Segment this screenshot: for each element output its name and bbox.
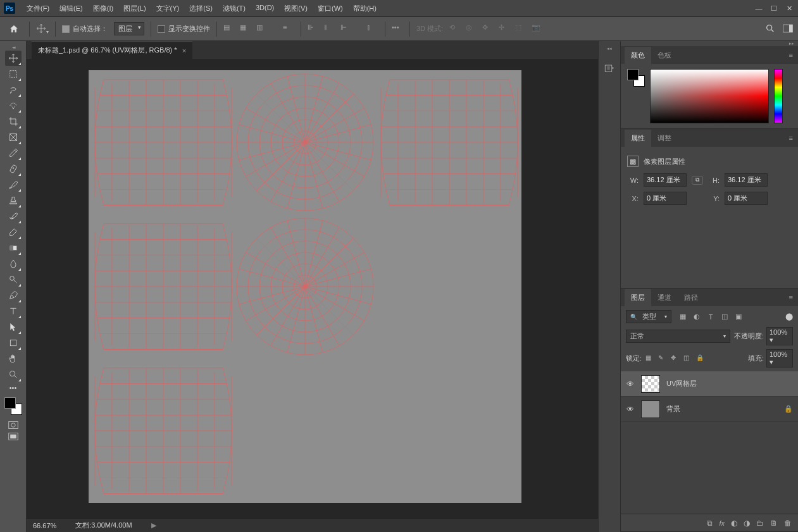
quick-select-tool[interactable] bbox=[5, 98, 22, 113]
brush-tool[interactable] bbox=[5, 177, 22, 192]
fill-input[interactable]: 100% ▾ bbox=[766, 349, 793, 368]
visibility-icon[interactable]: 👁 bbox=[626, 405, 635, 414]
close-button[interactable]: ✕ bbox=[784, 4, 794, 13]
menu-item[interactable]: 文字(Y) bbox=[151, 2, 185, 15]
hue-bar[interactable] bbox=[774, 69, 783, 123]
status-arrow-icon[interactable]: ▶ bbox=[151, 521, 156, 529]
healing-tool[interactable] bbox=[5, 161, 22, 176]
layer-filter-kind[interactable]: 类型 bbox=[626, 310, 671, 323]
zoom-tool[interactable] bbox=[5, 367, 22, 382]
history-panel-icon[interactable] bbox=[601, 60, 618, 78]
color-swatch-mini[interactable] bbox=[627, 69, 645, 87]
tab-close-icon[interactable]: × bbox=[182, 47, 186, 54]
hand-tool[interactable] bbox=[5, 351, 22, 366]
delete-icon[interactable]: 🗑 bbox=[784, 519, 792, 528]
fx-icon[interactable]: fx bbox=[719, 519, 725, 528]
tab-color[interactable]: 颜色 bbox=[625, 47, 651, 64]
history-brush-tool[interactable] bbox=[5, 209, 22, 224]
show-transform-checkbox[interactable]: 显示变换控件 bbox=[158, 24, 210, 34]
width-input[interactable]: 36.12 厘米 bbox=[644, 173, 687, 187]
canvas[interactable] bbox=[89, 70, 521, 503]
move-tool[interactable] bbox=[5, 51, 22, 66]
panels: ▸▸ 颜色 色板 ≡ 属性 调整 ≡ ▩ 像素图层属性 bbox=[621, 41, 798, 532]
path-select-tool[interactable] bbox=[5, 319, 22, 335]
layer-row[interactable]: 👁背景🔒 bbox=[621, 397, 798, 422]
edit-toolbar[interactable]: ••• bbox=[5, 383, 22, 393]
marquee-tool[interactable] bbox=[5, 66, 22, 82]
align-icons[interactable]: ▤▦▥ ≡ bbox=[223, 23, 294, 35]
visibility-icon[interactable]: 👁 bbox=[626, 380, 635, 388]
filter-toggle[interactable]: ⬤ bbox=[785, 312, 793, 321]
home-button[interactable] bbox=[5, 20, 23, 38]
layer-thumb[interactable] bbox=[641, 375, 660, 393]
mask-icon[interactable]: ◐ bbox=[731, 519, 737, 528]
distribute-icons[interactable]: ⊪⫴⊩ ⫿ bbox=[308, 23, 378, 35]
menu-item[interactable]: 视图(V) bbox=[279, 2, 313, 15]
menu-item[interactable]: 图像(I) bbox=[88, 2, 118, 15]
eyedropper-tool[interactable] bbox=[5, 145, 22, 161]
search-icon[interactable] bbox=[765, 23, 775, 35]
menu-item[interactable]: 3D(D) bbox=[251, 2, 279, 15]
toolbox-handle[interactable] bbox=[0, 45, 26, 50]
layer-name[interactable]: 背景 bbox=[666, 404, 778, 414]
menu-item[interactable]: 编辑(E) bbox=[54, 2, 88, 15]
panel-menu-icon[interactable]: ≡ bbox=[784, 294, 798, 301]
strip-handle[interactable]: ◂◂ bbox=[607, 46, 612, 51]
menu-item[interactable]: 图层(L) bbox=[118, 2, 151, 15]
maximize-button[interactable]: ☐ bbox=[769, 4, 779, 13]
menu-item[interactable]: 窗口(W) bbox=[313, 2, 348, 15]
panel-menu-icon[interactable]: ≡ bbox=[784, 51, 798, 59]
layer-row[interactable]: 👁UV网格层 bbox=[621, 371, 798, 397]
layer-thumb[interactable] bbox=[641, 400, 660, 418]
menu-item[interactable]: 滤镜(T) bbox=[218, 2, 251, 15]
blend-mode-select[interactable]: 正常 bbox=[626, 330, 730, 343]
auto-select-checkbox[interactable]: 自动选择： bbox=[62, 24, 108, 34]
zoom-level[interactable]: 66.67% bbox=[33, 522, 56, 529]
lock-icons[interactable]: ▦✎✥◫🔒 bbox=[645, 354, 705, 363]
layer-name[interactable]: UV网格层 bbox=[666, 379, 793, 388]
link-wh-icon[interactable]: ⧉ bbox=[692, 176, 703, 185]
layer-filter-icons[interactable]: ▦◐T◫▣ bbox=[678, 312, 744, 322]
screenmode-icon[interactable] bbox=[8, 432, 18, 441]
tab-adjustments[interactable]: 调整 bbox=[651, 130, 678, 147]
dodge-tool[interactable] bbox=[5, 272, 22, 287]
color-swatch[interactable] bbox=[4, 397, 22, 415]
document-tab[interactable]: 未标题_1.psd @ 66.7% (UV网格层, RGB/8) * × bbox=[32, 41, 192, 59]
shape-tool[interactable] bbox=[5, 335, 22, 350]
link-layers-icon[interactable]: ⧉ bbox=[707, 519, 713, 528]
panel-menu-icon[interactable]: ≡ bbox=[784, 134, 798, 142]
blur-tool[interactable] bbox=[5, 256, 22, 271]
gradient-tool[interactable] bbox=[5, 240, 22, 256]
tab-channels[interactable]: 通道 bbox=[651, 289, 678, 306]
doc-info[interactable]: 文档:3.00M/4.00M bbox=[75, 521, 132, 530]
menu-item[interactable]: 文件(F) bbox=[22, 2, 54, 15]
panels-handle[interactable]: ▸▸ bbox=[621, 41, 798, 46]
workspace-icon[interactable] bbox=[783, 24, 793, 34]
quickmask-icon[interactable] bbox=[8, 421, 18, 430]
more-options-icon[interactable]: ••• bbox=[392, 23, 403, 35]
text-tool[interactable] bbox=[5, 304, 22, 319]
menu-item[interactable]: 选择(S) bbox=[184, 2, 218, 15]
new-layer-icon[interactable]: 🗎 bbox=[770, 519, 778, 528]
stamp-tool[interactable] bbox=[5, 193, 22, 208]
group-icon[interactable]: 🗀 bbox=[756, 519, 764, 528]
lasso-tool[interactable] bbox=[5, 82, 22, 97]
minimize-button[interactable]: — bbox=[754, 4, 764, 13]
tab-layers[interactable]: 图层 bbox=[625, 289, 651, 306]
color-spectrum[interactable] bbox=[650, 69, 769, 123]
tab-paths[interactable]: 路径 bbox=[678, 289, 704, 306]
height-input[interactable]: 36.12 厘米 bbox=[725, 173, 768, 187]
pen-tool[interactable] bbox=[5, 288, 22, 303]
x-input[interactable]: 0 厘米 bbox=[644, 192, 687, 205]
tab-swatches[interactable]: 色板 bbox=[651, 47, 678, 64]
opacity-input[interactable]: 100% ▾ bbox=[766, 327, 793, 345]
eraser-tool[interactable] bbox=[5, 225, 22, 240]
menu-item[interactable]: 帮助(H) bbox=[348, 2, 382, 15]
crop-tool[interactable] bbox=[5, 114, 22, 129]
auto-select-target[interactable]: 图层 bbox=[114, 22, 144, 35]
adjustment-icon[interactable]: ◑ bbox=[744, 519, 750, 528]
tab-properties[interactable]: 属性 bbox=[625, 130, 651, 147]
3d-mode-icons[interactable]: ⟲◎✥✢⬚📷 bbox=[449, 23, 543, 35]
y-input[interactable]: 0 厘米 bbox=[725, 192, 768, 205]
frame-tool[interactable] bbox=[5, 130, 22, 145]
